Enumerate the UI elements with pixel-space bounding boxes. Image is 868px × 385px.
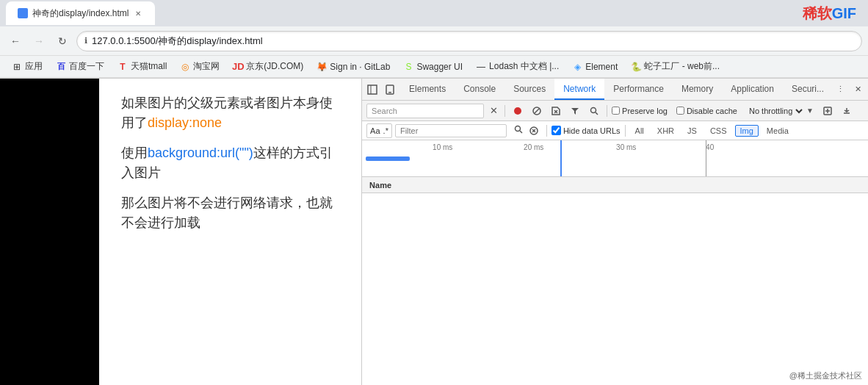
timeline-marker-1	[560, 140, 562, 176]
import-har-button[interactable]	[820, 103, 836, 119]
bookmark-lodash[interactable]: — Lodash 中文档 |...	[470, 59, 565, 74]
search-close-button[interactable]: ✕	[487, 104, 500, 118]
bookmark-swagger[interactable]: S Swagger UI	[397, 60, 469, 73]
stop-button[interactable]	[529, 103, 545, 119]
line1-display-none: display:none	[148, 115, 222, 130]
svg-line-17	[520, 131, 522, 133]
url-text: 127.0.0.1:5500/神奇的display/index.html	[92, 35, 263, 48]
bookmark-gitlab[interactable]: 🦊 Sign in · GitLab	[311, 60, 396, 73]
bookmark-apps-label: 应用	[25, 60, 43, 73]
gitlab-icon: 🦊	[317, 62, 327, 72]
tab-security[interactable]: Securi...	[783, 79, 833, 100]
preserve-log-label: Preserve log	[622, 107, 668, 115]
clear-button[interactable]	[548, 103, 564, 119]
bookmark-apps[interactable]: ⊞ 应用	[6, 59, 48, 74]
preserve-log-checkbox[interactable]	[612, 107, 620, 115]
devtools-close-icon[interactable]: ✕	[850, 82, 865, 97]
timeline-label-10ms: 10 ms	[433, 143, 452, 151]
page-line-3: 那么图片将不会进行网络请求，也就不会进行加载	[121, 193, 339, 233]
filter-css-btn[interactable]: CSS	[705, 125, 732, 137]
devtools-device-icon[interactable]	[383, 82, 397, 97]
filter-sep-2	[625, 125, 626, 137]
address-bar[interactable]: ℹ 127.0.0.1:5500/神奇的display/index.html	[76, 31, 862, 51]
filter-cancel-btn[interactable]	[526, 123, 542, 139]
main-area: 如果图片的父级元素或者图片本身使用了display:none 使用backgro…	[0, 79, 868, 385]
aa-label[interactable]: Aa	[370, 126, 380, 135]
lodash-icon: —	[476, 62, 486, 72]
disable-cache-group: Disable cache	[676, 107, 737, 115]
timeline-marker-2	[706, 140, 706, 176]
bookmark-element[interactable]: ◈ Element	[566, 60, 623, 73]
network-table-body	[362, 193, 868, 385]
tab-performance[interactable]: Performance	[604, 79, 673, 100]
filter-js-btn[interactable]: JS	[682, 125, 702, 137]
search-input-area[interactable]: Search	[366, 104, 484, 118]
filter-xhr-btn[interactable]: XHR	[652, 125, 679, 137]
hide-data-urls-checkbox[interactable]	[551, 126, 561, 135]
tab-sources[interactable]: Sources	[504, 79, 554, 100]
filter-media-btn[interactable]: Media	[762, 125, 794, 137]
bookmark-baidu[interactable]: 百 百度一下	[50, 59, 110, 74]
tab-title: 神奇的display/index.html	[32, 7, 129, 20]
bookmark-swagger-label: Swagger UI	[416, 62, 463, 72]
svg-point-4	[514, 107, 521, 115]
tab-console[interactable]: Console	[455, 79, 504, 100]
filter-input[interactable]	[395, 124, 507, 137]
page-content: 如果图片的父级元素或者图片本身使用了display:none 使用backgro…	[0, 79, 361, 385]
name-column-header: Name	[366, 181, 394, 190]
black-sidebar	[0, 79, 99, 385]
tab-network[interactable]: Network	[554, 79, 604, 100]
swagger-icon: S	[403, 62, 413, 72]
timeline-label-20ms: 20 ms	[524, 143, 543, 151]
disable-cache-checkbox[interactable]	[676, 107, 684, 115]
logo-text: 稀软	[803, 4, 832, 24]
refresh-button[interactable]: ↻	[53, 32, 72, 51]
tab-favicon	[18, 8, 28, 18]
logo-gif: GIF	[832, 5, 856, 22]
text-filter-options: Aa .*	[366, 123, 392, 138]
tab-memory[interactable]: Memory	[673, 79, 722, 100]
svg-marker-10	[571, 108, 579, 115]
forward-button[interactable]: →	[29, 32, 48, 51]
tab-application[interactable]: Application	[722, 79, 783, 100]
disable-cache-label: Disable cache	[687, 107, 737, 115]
filter-toolbar-btn[interactable]	[514, 125, 523, 136]
tab-close-button[interactable]: ✕	[133, 8, 143, 18]
timeline-label-40ms: 40	[706, 143, 714, 151]
svg-point-16	[515, 126, 520, 132]
devtools-inspect-icon[interactable]	[365, 82, 380, 97]
filter-img-btn[interactable]: Img	[735, 125, 759, 137]
svg-rect-3	[388, 92, 391, 93]
filter-all-btn[interactable]: All	[630, 125, 649, 137]
line2-part1: 使用	[121, 145, 148, 160]
bookmark-tmall-label: 天猫tmall	[131, 60, 167, 73]
filter-button[interactable]	[567, 103, 583, 119]
regex-label[interactable]: .*	[383, 126, 388, 135]
devtools-tabs: Elements Console Sources Network Perform…	[362, 79, 868, 101]
nav-bar: ← → ↻ ℹ 127.0.0.1:5500/神奇的display/index.…	[0, 26, 868, 56]
bookmark-jd[interactable]: JD 京东(JD.COM)	[227, 59, 309, 74]
lock-icon: ℹ	[84, 36, 87, 46]
tab-elements[interactable]: Elements	[400, 79, 455, 100]
back-button[interactable]: ←	[6, 32, 25, 51]
export-har-button[interactable]	[839, 103, 855, 119]
record-button[interactable]	[510, 103, 526, 119]
separator-2	[607, 105, 607, 117]
bookmark-baidu-label: 百度一下	[69, 60, 104, 73]
bookmark-tmall[interactable]: T 天猫tmall	[112, 59, 173, 74]
tab-bar: 神奇的display/index.html ✕ 稀软 GIF	[0, 0, 868, 26]
search-requests-button[interactable]	[586, 103, 602, 119]
devtools-more-icon[interactable]: ⋮	[833, 82, 847, 97]
apps-icon: ⊞	[12, 62, 22, 72]
line2-bg-url: background:url("")	[148, 145, 253, 160]
search-label: Search	[372, 107, 397, 115]
throttling-select[interactable]: No throttling	[746, 106, 805, 116]
snake-icon: 🐍	[631, 62, 641, 72]
separator-1	[504, 105, 505, 117]
bookmark-taobao[interactable]: ◎ 淘宝网	[174, 59, 225, 74]
bookmark-snake[interactable]: 🐍 蛇子工厂 - web前...	[625, 59, 726, 74]
bookmark-element-label: Element	[585, 62, 618, 72]
filter-sep-1	[546, 125, 547, 137]
logo-area: 稀软 GIF	[803, 4, 862, 24]
active-tab[interactable]: 神奇的display/index.html ✕	[6, 1, 155, 25]
